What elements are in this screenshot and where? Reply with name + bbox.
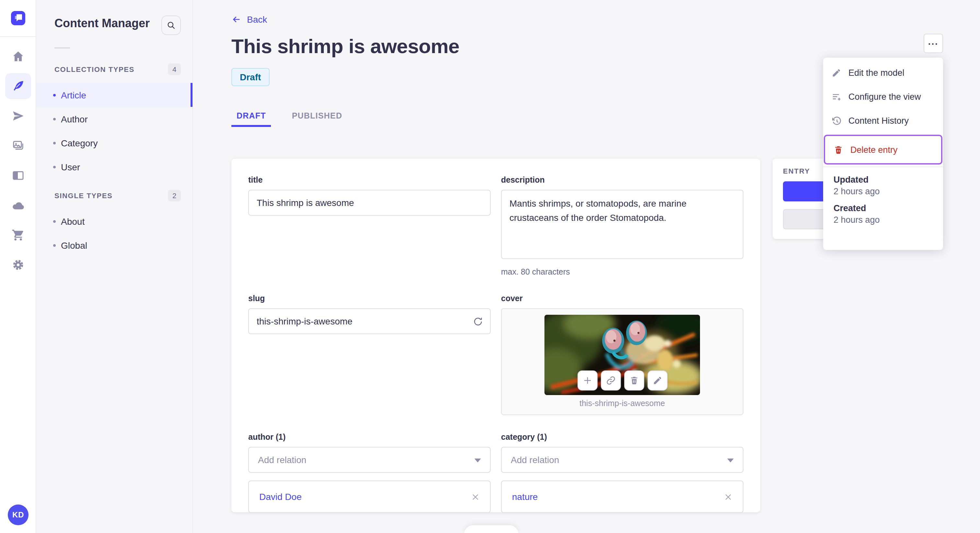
cover-actions (544, 370, 700, 390)
title-label: title (248, 176, 491, 185)
sidebar-item-label: Category (61, 138, 98, 148)
regenerate-slug-icon[interactable] (471, 315, 484, 328)
arrow-left-icon (231, 14, 242, 25)
trash-icon (833, 145, 844, 154)
page-title: This shrimp is awesome (231, 35, 460, 58)
single-types-count-badge: 2 (168, 190, 181, 201)
content-type-builder-icon[interactable] (5, 163, 31, 189)
cover-label: cover (501, 294, 743, 303)
app-window: KD Content Manager COLLECTION TYPES 4 Ar… (0, 0, 980, 533)
cloud-icon[interactable] (5, 192, 31, 218)
description-helper: max. 80 characters (501, 268, 743, 276)
single-types-heading: SINGLE TYPES (54, 192, 113, 200)
sidebar-item-article[interactable]: Article (36, 83, 192, 107)
sidebar-item-about[interactable]: About (36, 209, 192, 233)
menu-item-content-history[interactable]: Content History (823, 109, 943, 133)
title-input[interactable] (248, 190, 491, 216)
edit-form-card: title description Mantis shrimps, or sto… (231, 159, 760, 512)
tab-published[interactable]: PUBLISHED (287, 106, 347, 127)
sidebar-item-user[interactable]: User (36, 155, 192, 179)
remove-relation-icon[interactable] (724, 493, 732, 501)
content-manager-sidebar: Content Manager COLLECTION TYPES 4 Artic… (36, 0, 193, 533)
sidebar-item-author[interactable]: Author (36, 107, 192, 131)
author-relation-combobox[interactable]: Add relation (248, 447, 491, 473)
cover-field: cover (501, 294, 743, 415)
strapi-logo-icon[interactable] (11, 11, 25, 25)
remove-relation-icon[interactable] (471, 493, 480, 501)
sidebar-item-label: Global (61, 240, 87, 250)
sidebar-title: Content Manager (54, 17, 150, 30)
ellipsis-icon: ... (928, 36, 939, 47)
slug-input[interactable] (248, 308, 491, 334)
transfer-icon[interactable] (5, 103, 31, 129)
menu-item-edit-the-model[interactable]: Edit the model (823, 61, 943, 85)
entry-meta: Updated 2 hours ago Created 2 hours ago (823, 167, 943, 225)
collection-types-heading: COLLECTION TYPES (54, 65, 135, 73)
bullet-icon (53, 94, 56, 96)
status-badge: Draft (231, 68, 269, 86)
bullet-icon (53, 165, 56, 168)
category-relation-combobox[interactable]: Add relation (501, 447, 743, 473)
cover-filename: this-shrimp-is-awesome (579, 399, 665, 408)
marketplace-cart-icon[interactable] (5, 222, 31, 248)
relation-item-link[interactable]: nature (512, 492, 538, 502)
sidebar-item-label: About (61, 216, 84, 226)
floating-actions-pill[interactable] (464, 525, 519, 533)
back-label: Back (247, 14, 267, 25)
author-field: author (1) Add relation David Doe (248, 433, 491, 513)
add-asset-icon[interactable] (577, 370, 597, 390)
chevron-down-icon (474, 458, 481, 462)
combobox-placeholder: Add relation (511, 455, 559, 465)
collection-types-count-badge: 4 (168, 63, 181, 75)
updated-value: 2 hours ago (834, 187, 933, 196)
slug-field: slug (248, 294, 491, 415)
created-label: Created (834, 203, 933, 213)
sidebar-item-global[interactable]: Global (36, 233, 192, 257)
menu-item-label: Delete entry (850, 145, 898, 154)
description-textarea[interactable]: Mantis shrimps, or stomatopods, are mari… (501, 190, 743, 259)
tab-draft[interactable]: DRAFT (231, 106, 271, 127)
search-icon[interactable] (161, 16, 181, 35)
menu-item-label: Content History (848, 116, 909, 125)
slug-label: slug (248, 294, 491, 303)
collection-types-section: COLLECTION TYPES 4 Article Author Catego… (36, 61, 192, 179)
combobox-placeholder: Add relation (258, 455, 306, 465)
author-label: author (1) (248, 433, 491, 442)
version-tabs: DRAFT PUBLISHED (231, 106, 347, 127)
settings-gear-icon[interactable] (5, 252, 31, 278)
more-actions-button[interactable]: ... (924, 34, 943, 53)
app-nav-rail: KD (0, 0, 36, 533)
edit-asset-icon[interactable] (647, 370, 667, 390)
bullet-icon (53, 220, 56, 222)
content-manager-icon[interactable] (5, 73, 31, 99)
rail-nav (5, 43, 31, 278)
author-relation-list: David Doe (248, 481, 491, 513)
single-types-section: SINGLE TYPES 2 About Global (36, 187, 192, 257)
rail-divider (0, 36, 36, 37)
updated-label: Updated (834, 175, 933, 185)
delete-asset-icon[interactable] (624, 370, 644, 390)
relation-item-link[interactable]: David Doe (259, 492, 302, 502)
cover-widget: this-shrimp-is-awesome (501, 308, 743, 415)
back-link[interactable]: Back (231, 14, 267, 25)
bullet-icon (53, 141, 56, 144)
category-relation-list: nature (501, 481, 743, 513)
user-avatar[interactable]: KD (8, 504, 29, 525)
more-actions-menu: Edit the model Configure the view Conten… (823, 58, 943, 250)
sidebar-item-label: User (61, 162, 80, 172)
sidebar-item-category[interactable]: Category (36, 131, 192, 155)
sidebar-item-label: Author (61, 114, 88, 124)
bullet-icon (53, 244, 56, 246)
menu-item-delete-entry[interactable]: Delete entry (825, 136, 941, 163)
home-icon[interactable] (5, 43, 31, 69)
category-label: category (1) (501, 433, 743, 442)
title-field: title (248, 176, 491, 276)
menu-item-configure-the-view[interactable]: Configure the view (823, 85, 943, 109)
main-content: Back This shrimp is awesome Draft DRAFT … (193, 0, 980, 533)
keyboard-focus-ring: Delete entry (824, 135, 942, 165)
copy-link-icon[interactable] (600, 370, 620, 390)
description-label: description (501, 176, 743, 185)
sidebar-item-label: Article (61, 90, 86, 100)
cover-image (544, 315, 700, 395)
media-library-icon[interactable] (5, 133, 31, 159)
